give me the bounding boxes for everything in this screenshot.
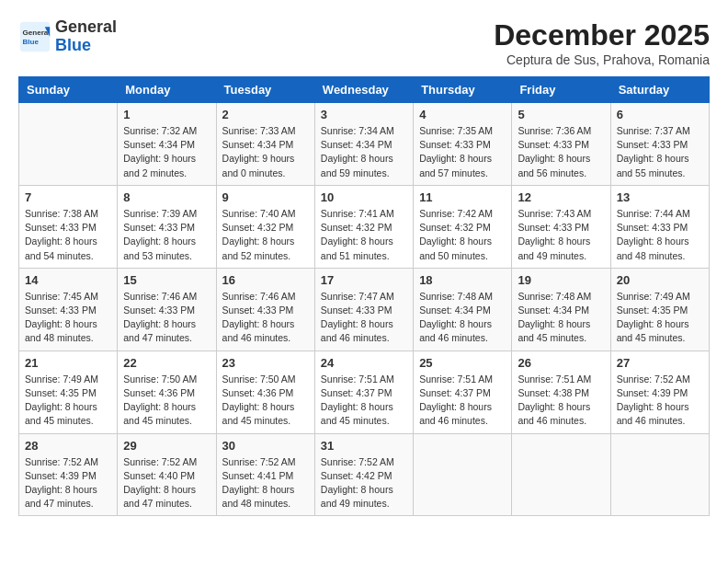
- calendar-cell: [512, 433, 610, 516]
- calendar-cell: 14Sunrise: 7:45 AMSunset: 4:33 PMDayligh…: [19, 268, 118, 350]
- logo-general-text: General: [55, 17, 117, 36]
- day-info: Sunrise: 7:44 AMSunset: 4:33 PMDaylight:…: [617, 207, 703, 263]
- calendar-cell: 4Sunrise: 7:35 AMSunset: 4:33 PMDaylight…: [414, 103, 512, 186]
- calendar-cell: 16Sunrise: 7:46 AMSunset: 4:33 PMDayligh…: [216, 268, 314, 350]
- day-info: Sunrise: 7:49 AMSunset: 4:35 PMDaylight:…: [617, 290, 703, 346]
- day-info: Sunrise: 7:38 AMSunset: 4:33 PMDaylight:…: [25, 207, 111, 263]
- calendar-cell: [19, 103, 118, 186]
- day-info: Sunrise: 7:51 AMSunset: 4:37 PMDaylight:…: [321, 373, 407, 429]
- day-info: Sunrise: 7:32 AMSunset: 4:34 PMDaylight:…: [123, 124, 210, 180]
- calendar-week-row: 1Sunrise: 7:32 AMSunset: 4:34 PMDaylight…: [19, 103, 710, 186]
- day-info: Sunrise: 7:51 AMSunset: 4:37 PMDaylight:…: [419, 373, 506, 429]
- day-number: 26: [518, 356, 604, 370]
- day-number: 21: [25, 356, 111, 370]
- day-number: 25: [419, 356, 506, 370]
- day-info: Sunrise: 7:39 AMSunset: 4:33 PMDaylight:…: [123, 207, 210, 263]
- calendar-cell: 3Sunrise: 7:34 AMSunset: 4:34 PMDaylight…: [314, 103, 413, 186]
- day-info: Sunrise: 7:48 AMSunset: 4:34 PMDaylight:…: [419, 290, 506, 346]
- day-number: 22: [123, 356, 210, 370]
- calendar-cell: 25Sunrise: 7:51 AMSunset: 4:37 PMDayligh…: [414, 350, 512, 433]
- calendar-cell: 8Sunrise: 7:39 AMSunset: 4:33 PMDaylight…: [118, 185, 216, 268]
- day-number: 2: [222, 108, 309, 121]
- day-info: Sunrise: 7:51 AMSunset: 4:38 PMDaylight:…: [518, 373, 604, 429]
- day-info: Sunrise: 7:35 AMSunset: 4:33 PMDaylight:…: [419, 124, 506, 180]
- calendar-cell: 9Sunrise: 7:40 AMSunset: 4:32 PMDaylight…: [216, 185, 314, 268]
- day-number: 11: [419, 190, 506, 204]
- calendar-cell: [610, 433, 709, 516]
- day-number: 28: [25, 439, 111, 453]
- day-number: 14: [25, 273, 111, 287]
- day-number: 27: [617, 356, 703, 370]
- svg-text:Blue: Blue: [23, 38, 40, 46]
- calendar-cell: [414, 433, 512, 516]
- calendar-cell: 21Sunrise: 7:49 AMSunset: 4:35 PMDayligh…: [19, 350, 118, 433]
- calendar-cell: 26Sunrise: 7:51 AMSunset: 4:38 PMDayligh…: [512, 350, 610, 433]
- day-info: Sunrise: 7:46 AMSunset: 4:33 PMDaylight:…: [222, 290, 309, 346]
- day-info: Sunrise: 7:52 AMSunset: 4:40 PMDaylight:…: [123, 455, 210, 511]
- day-number: 1: [123, 108, 210, 121]
- day-info: Sunrise: 7:49 AMSunset: 4:35 PMDaylight:…: [25, 373, 111, 429]
- day-number: 3: [321, 108, 407, 121]
- calendar-cell: 6Sunrise: 7:37 AMSunset: 4:33 PMDaylight…: [610, 103, 709, 186]
- day-number: 13: [617, 190, 703, 204]
- day-info: Sunrise: 7:50 AMSunset: 4:36 PMDaylight:…: [123, 373, 210, 429]
- calendar-cell: 22Sunrise: 7:50 AMSunset: 4:36 PMDayligh…: [118, 350, 216, 433]
- day-info: Sunrise: 7:46 AMSunset: 4:33 PMDaylight:…: [123, 290, 210, 346]
- location-subtitle: Ceptura de Sus, Prahova, Romania: [494, 52, 710, 67]
- day-number: 4: [419, 108, 506, 121]
- calendar-cell: 2Sunrise: 7:33 AMSunset: 4:34 PMDaylight…: [216, 103, 314, 186]
- calendar-cell: 7Sunrise: 7:38 AMSunset: 4:33 PMDaylight…: [19, 185, 118, 268]
- svg-text:General: General: [23, 29, 51, 37]
- logo: General Blue General Blue: [18, 18, 117, 55]
- day-info: Sunrise: 7:42 AMSunset: 4:32 PMDaylight:…: [419, 207, 506, 263]
- day-of-week-header: Sunday: [19, 77, 118, 103]
- day-of-week-header: Friday: [512, 77, 610, 103]
- day-info: Sunrise: 7:40 AMSunset: 4:32 PMDaylight:…: [222, 207, 309, 263]
- day-info: Sunrise: 7:48 AMSunset: 4:34 PMDaylight:…: [518, 290, 604, 346]
- day-number: 7: [25, 190, 111, 204]
- day-info: Sunrise: 7:36 AMSunset: 4:33 PMDaylight:…: [518, 124, 604, 180]
- day-of-week-header: Wednesday: [314, 77, 413, 103]
- calendar-cell: 19Sunrise: 7:48 AMSunset: 4:34 PMDayligh…: [512, 268, 610, 350]
- day-number: 12: [518, 190, 604, 204]
- day-of-week-header: Saturday: [610, 77, 709, 103]
- calendar-cell: 28Sunrise: 7:52 AMSunset: 4:39 PMDayligh…: [19, 433, 118, 516]
- logo-icon: General Blue: [18, 20, 51, 53]
- calendar-cell: 10Sunrise: 7:41 AMSunset: 4:32 PMDayligh…: [314, 185, 413, 268]
- day-info: Sunrise: 7:52 AMSunset: 4:42 PMDaylight:…: [321, 455, 407, 511]
- calendar-week-row: 28Sunrise: 7:52 AMSunset: 4:39 PMDayligh…: [19, 433, 710, 516]
- day-of-week-header: Tuesday: [216, 77, 314, 103]
- day-number: 10: [321, 190, 407, 204]
- day-number: 5: [518, 108, 604, 121]
- month-year-title: December 2025: [494, 18, 710, 52]
- calendar-week-row: 14Sunrise: 7:45 AMSunset: 4:33 PMDayligh…: [19, 268, 710, 350]
- day-number: 9: [222, 190, 309, 204]
- day-of-week-header: Thursday: [414, 77, 512, 103]
- calendar-cell: 12Sunrise: 7:43 AMSunset: 4:33 PMDayligh…: [512, 185, 610, 268]
- calendar-week-row: 7Sunrise: 7:38 AMSunset: 4:33 PMDaylight…: [19, 185, 710, 268]
- calendar-cell: 24Sunrise: 7:51 AMSunset: 4:37 PMDayligh…: [314, 350, 413, 433]
- day-info: Sunrise: 7:52 AMSunset: 4:39 PMDaylight:…: [25, 455, 111, 511]
- day-number: 18: [419, 273, 506, 287]
- day-number: 30: [222, 439, 309, 453]
- calendar-cell: 15Sunrise: 7:46 AMSunset: 4:33 PMDayligh…: [118, 268, 216, 350]
- day-number: 23: [222, 356, 309, 370]
- day-number: 20: [617, 273, 703, 287]
- day-info: Sunrise: 7:41 AMSunset: 4:32 PMDaylight:…: [321, 207, 407, 263]
- day-number: 6: [617, 108, 703, 121]
- logo-blue-text: Blue: [55, 36, 91, 54]
- calendar-week-row: 21Sunrise: 7:49 AMSunset: 4:35 PMDayligh…: [19, 350, 710, 433]
- day-of-week-header: Monday: [118, 77, 216, 103]
- day-info: Sunrise: 7:50 AMSunset: 4:36 PMDaylight:…: [222, 373, 309, 429]
- day-number: 31: [321, 439, 407, 453]
- calendar-cell: 31Sunrise: 7:52 AMSunset: 4:42 PMDayligh…: [314, 433, 413, 516]
- calendar-table: SundayMondayTuesdayWednesdayThursdayFrid…: [18, 76, 710, 516]
- day-number: 24: [321, 356, 407, 370]
- calendar-header-row: SundayMondayTuesdayWednesdayThursdayFrid…: [19, 77, 710, 103]
- day-number: 16: [222, 273, 309, 287]
- page-header: General Blue General Blue December 2025 …: [18, 18, 710, 67]
- calendar-cell: 20Sunrise: 7:49 AMSunset: 4:35 PMDayligh…: [610, 268, 709, 350]
- calendar-cell: 1Sunrise: 7:32 AMSunset: 4:34 PMDaylight…: [118, 103, 216, 186]
- day-info: Sunrise: 7:47 AMSunset: 4:33 PMDaylight:…: [321, 290, 407, 346]
- day-info: Sunrise: 7:52 AMSunset: 4:41 PMDaylight:…: [222, 455, 309, 511]
